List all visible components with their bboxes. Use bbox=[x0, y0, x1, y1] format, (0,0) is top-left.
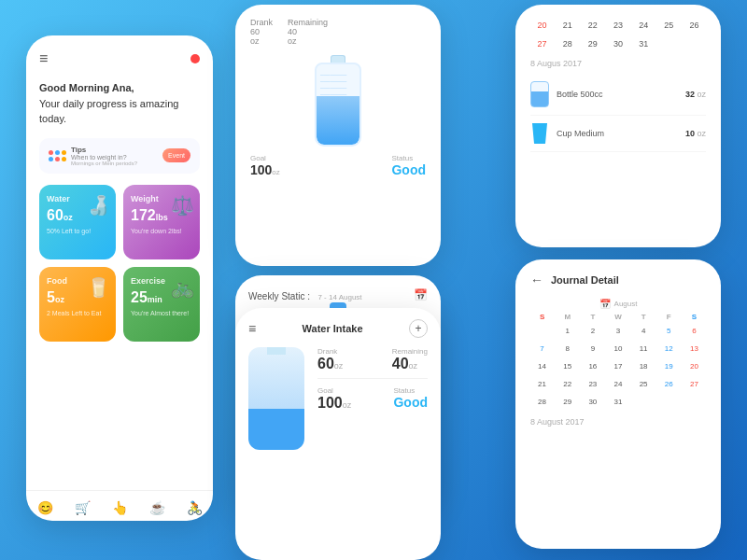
cal-d24[interactable]: 24 bbox=[606, 376, 629, 392]
back-arrow-icon[interactable]: ← bbox=[530, 273, 543, 287]
cal-21: 21 bbox=[556, 18, 579, 33]
chart-header: Weekly Static : 7 - 14 August 📅 bbox=[248, 287, 428, 303]
phone-mid-top: Drank 60oz Remaining 40oz bbox=[235, 5, 441, 266]
cal-d9[interactable]: 9 bbox=[581, 341, 604, 357]
cal-24: 24 bbox=[632, 18, 655, 33]
cal-d21[interactable]: 21 bbox=[530, 376, 554, 392]
cal-hdr-mon: M bbox=[556, 313, 579, 321]
intake-goal-unit: oz bbox=[343, 400, 352, 410]
intake-drank-value: 60 bbox=[317, 356, 334, 371]
cal-d4[interactable]: 4 bbox=[632, 323, 655, 339]
cal-d22[interactable]: 22 bbox=[556, 376, 579, 392]
water-header: Drank 60oz Remaining 40oz bbox=[250, 18, 426, 46]
intake-item-bottle[interactable]: Bottle 500cc 32 oz bbox=[530, 74, 706, 116]
cal-26: 26 bbox=[683, 18, 706, 33]
journal-header: ← Journal Detail bbox=[530, 273, 706, 287]
section-date: 8 Augus 2017 bbox=[530, 59, 706, 68]
cal-d30[interactable]: 30 bbox=[581, 394, 604, 410]
cal-d2[interactable]: 2 bbox=[581, 323, 604, 339]
cal-d10[interactable]: 10 bbox=[606, 341, 629, 357]
cal-d14[interactable]: 14 bbox=[530, 358, 554, 374]
cal-d5[interactable]: 5 bbox=[657, 323, 681, 339]
intake-remaining-unit: oz bbox=[409, 361, 418, 371]
event-pill[interactable]: Event bbox=[162, 148, 190, 162]
tips-card[interactable]: Tips When to weight in? Mornings or Mein… bbox=[39, 138, 200, 174]
add-intake-button[interactable]: + bbox=[409, 319, 428, 338]
cal-d16[interactable]: 16 bbox=[581, 358, 604, 374]
cal-d15[interactable]: 15 bbox=[556, 358, 579, 374]
intake-top-row: ≡ Water Intake + bbox=[248, 319, 428, 338]
cal-d25[interactable]: 25 bbox=[632, 376, 655, 392]
cal-d17[interactable]: 17 bbox=[606, 358, 629, 374]
cal-d1[interactable]: 1 bbox=[556, 323, 579, 339]
status-good-value: Good bbox=[391, 162, 426, 177]
weekly-date-range: 7 - 14 August bbox=[317, 293, 361, 301]
cal-hdr-sat: S bbox=[683, 313, 706, 321]
nav-hand-icon[interactable]: 👆 bbox=[112, 500, 128, 515]
cal-d13[interactable]: 13 bbox=[683, 341, 706, 357]
cal-d12[interactable]: 12 bbox=[657, 341, 681, 357]
nav-bike-icon[interactable]: 🚴 bbox=[187, 500, 203, 515]
cal-d29[interactable]: 29 bbox=[556, 394, 579, 410]
cal-d28[interactable]: 28 bbox=[530, 394, 554, 410]
bottle-fill bbox=[317, 96, 359, 145]
cal-d6[interactable]: 6 bbox=[683, 323, 706, 339]
calendar-icon[interactable]: 📅 bbox=[414, 288, 428, 301]
cal-d26[interactable]: 26 bbox=[657, 376, 681, 392]
cal-d8-today[interactable]: 8 bbox=[556, 341, 579, 357]
nav-coffee-icon[interactable]: ☕ bbox=[149, 500, 165, 515]
item-cup-oz: 10 oz bbox=[685, 129, 706, 138]
bottle-neck-top bbox=[331, 55, 345, 63]
weight-card[interactable]: Weight 172lbs You're down 2lbs! ⚖️ bbox=[123, 185, 200, 259]
intake-drank-unit: oz bbox=[334, 361, 344, 371]
exercise-card[interactable]: Exercise 25min You're Almost there! 🚲 bbox=[123, 267, 200, 342]
bottle-large-neck bbox=[267, 347, 286, 355]
cal-d7[interactable]: 7 bbox=[530, 341, 554, 357]
greeting-line1: Good Morning Ana, bbox=[39, 82, 134, 93]
tips-label: Tips When to weight in? Mornings or Mein… bbox=[71, 146, 157, 166]
cal-29: 29 bbox=[581, 36, 604, 51]
food-card[interactable]: Food 5oz 2 Meals Left to Eat 🥛 bbox=[39, 267, 116, 342]
intake-bottle-area: Drank 60oz Remaining 40oz bbox=[248, 347, 428, 450]
greeting-line2: Your daily progress is amazing today. bbox=[39, 98, 178, 125]
food-sub: 2 Meals Left to Eat bbox=[47, 310, 108, 316]
intake-remaining-label: Remaining bbox=[392, 347, 428, 356]
food-icon: 🥛 bbox=[87, 276, 110, 299]
intake-item-cup[interactable]: Cup Medium 10 oz bbox=[530, 116, 706, 152]
exercise-sub: You're Almost there! bbox=[131, 310, 192, 316]
goal-value: 100 bbox=[250, 162, 272, 177]
notification-dot[interactable] bbox=[190, 54, 200, 63]
drank-value: 60 bbox=[250, 27, 273, 36]
cup-icon bbox=[530, 123, 549, 144]
today-indicator[interactable]: 8 bbox=[556, 344, 579, 353]
nav-home-icon[interactable]: 😊 bbox=[37, 500, 53, 515]
nav-cart-icon[interactable]: 🛒 bbox=[75, 500, 91, 515]
bottle-container: ──────────────────────────────── bbox=[250, 55, 426, 147]
journal-date-label: 8 August 2017 bbox=[530, 417, 706, 427]
cal-week-row2: 27 28 29 30 31 bbox=[530, 36, 706, 51]
cal-d23[interactable]: 23 bbox=[581, 376, 604, 392]
cal-d3[interactable]: 3 bbox=[606, 323, 629, 339]
intake-bottle-large bbox=[248, 347, 304, 450]
tips-icon bbox=[49, 150, 65, 161]
cal-d31[interactable]: 31 bbox=[606, 394, 629, 410]
cal-hdr-tue: T bbox=[581, 313, 604, 321]
cal-d18[interactable]: 18 bbox=[632, 358, 655, 374]
status-stat: Status Good bbox=[391, 154, 426, 177]
cal-d27[interactable]: 27 bbox=[683, 376, 706, 392]
menu-icon[interactable]: ≡ bbox=[39, 50, 48, 67]
cal-22: 22 bbox=[581, 18, 604, 33]
cal-d11[interactable]: 11 bbox=[632, 341, 655, 357]
intake-menu-icon[interactable]: ≡ bbox=[248, 321, 256, 336]
cal-20: 20 bbox=[530, 18, 554, 33]
cal-d20[interactable]: 20 bbox=[683, 358, 706, 374]
calendar-mini-icon: 📅 bbox=[599, 299, 611, 309]
cal-d19[interactable]: 19 bbox=[657, 358, 681, 374]
intake-title: Water Intake bbox=[303, 323, 363, 334]
cal-grid: 1 2 3 4 5 6 7 8 9 10 11 12 13 14 15 16 1… bbox=[530, 323, 706, 410]
cal-31: 31 bbox=[632, 36, 655, 51]
weight-icon: ⚖️ bbox=[171, 194, 194, 217]
water-card[interactable]: Water 60oz 50% Left to go! 🍶 bbox=[39, 185, 116, 259]
cal-hdr-fri: F bbox=[657, 313, 681, 321]
remaining-unit: oz bbox=[288, 36, 328, 46]
